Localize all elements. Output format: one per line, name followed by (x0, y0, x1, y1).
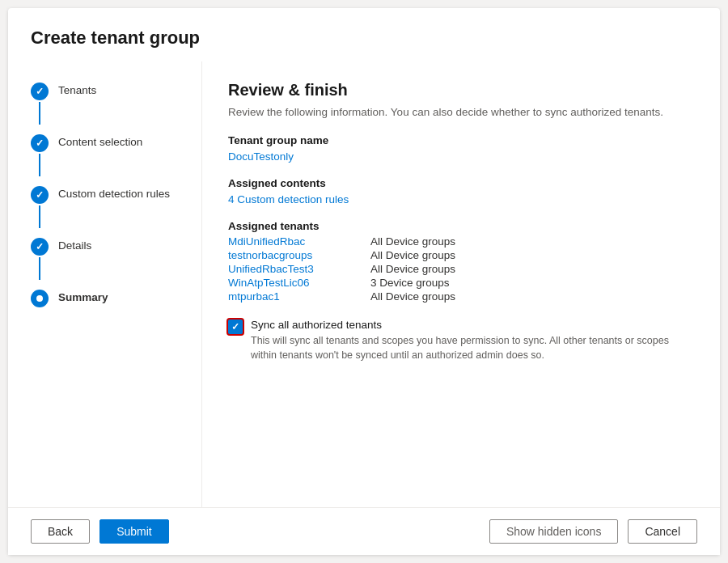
show-hidden-icons-button[interactable]: Show hidden icons (489, 519, 619, 544)
tenant-group-name-link[interactable]: DocuTestonly (228, 150, 294, 163)
sidebar-step-custom-detection-rules[interactable]: ✓ Custom detection rules (31, 181, 201, 233)
assigned-contents-block: Assigned contents 4 Custom detection rul… (228, 177, 694, 205)
sync-checkbox-label: Sync all authorized tenants (251, 319, 671, 331)
table-row: mtpurbac1 All Device groups (228, 290, 694, 303)
section-title: Review & finish (228, 81, 694, 99)
footer: Back Submit Show hidden icons Cancel (8, 507, 720, 555)
sidebar-step-content-selection[interactable]: ✓ Content selection (31, 129, 201, 181)
checkbox-checkmark: ✓ (231, 322, 239, 332)
step-circle-content-selection: ✓ (31, 134, 49, 152)
sync-checkbox-section: ✓ Sync all authorized tenants This will … (228, 319, 694, 362)
assigned-tenants-block: Assigned tenants MdiUnifiedRbac All Devi… (228, 220, 694, 303)
tenant-name-link[interactable]: testnorbacgroups (228, 249, 358, 261)
table-row: WinAtpTestLic06 3 Device groups (228, 277, 694, 289)
step-circle-details: ✓ (31, 238, 49, 256)
step-label-content-selection: Content selection (58, 134, 142, 148)
table-row: testnorbacgroups All Device groups (228, 249, 694, 261)
assigned-contents-link[interactable]: 4 Custom detection rules (228, 193, 349, 205)
tenant-scope: 3 Device groups (370, 277, 450, 289)
assigned-tenants-label: Assigned tenants (228, 220, 694, 232)
table-row: UnifiedRbacTest3 All Device groups (228, 263, 694, 275)
cancel-button[interactable]: Cancel (628, 519, 697, 544)
tenant-scope: All Device groups (370, 235, 455, 248)
tenant-name-link[interactable]: mtpurbac1 (228, 290, 358, 303)
tenant-scope: All Device groups (370, 263, 455, 275)
sync-label-block: Sync all authorized tenants This will sy… (251, 319, 671, 362)
tenant-group-name-label: Tenant group name (228, 134, 694, 146)
table-row: MdiUnifiedRbac All Device groups (228, 235, 694, 248)
step-label-tenants: Tenants (58, 83, 96, 96)
back-button[interactable]: Back (31, 519, 90, 544)
sidebar-step-summary[interactable]: Summary (31, 285, 201, 312)
page-title: Create tenant group (8, 8, 720, 61)
step-label-summary: Summary (58, 290, 108, 303)
sidebar-step-tenants[interactable]: ✓ Tenants (31, 78, 201, 129)
tenant-scope: All Device groups (370, 249, 455, 261)
step-circle-summary (31, 290, 49, 307)
submit-button[interactable]: Submit (99, 519, 169, 544)
content-area: Review & finish Review the following inf… (202, 61, 720, 507)
tenants-table: MdiUnifiedRbac All Device groups testnor… (228, 235, 694, 303)
sidebar-step-details[interactable]: ✓ Details (31, 233, 201, 285)
tenant-group-name-block: Tenant group name DocuTestonly (228, 134, 694, 163)
step-circle-custom-detection-rules: ✓ (31, 186, 49, 204)
tenant-name-link[interactable]: WinAtpTestLic06 (228, 277, 358, 289)
tenant-scope: All Device groups (370, 290, 455, 303)
step-label-custom-detection-rules: Custom detection rules (58, 186, 170, 200)
step-circle-tenants: ✓ (31, 83, 49, 100)
step-label-details: Details (58, 238, 91, 252)
tenant-name-link[interactable]: UnifiedRbacTest3 (228, 263, 358, 275)
section-description: Review the following information. You ca… (228, 106, 694, 118)
sync-checkbox-desc: This will sync all tenants and scopes yo… (251, 334, 671, 362)
sidebar: ✓ Tenants ✓ Content selection (8, 61, 202, 507)
tenant-name-link[interactable]: MdiUnifiedRbac (228, 235, 358, 248)
sync-all-checkbox[interactable]: ✓ (228, 320, 243, 334)
assigned-contents-label: Assigned contents (228, 177, 694, 189)
